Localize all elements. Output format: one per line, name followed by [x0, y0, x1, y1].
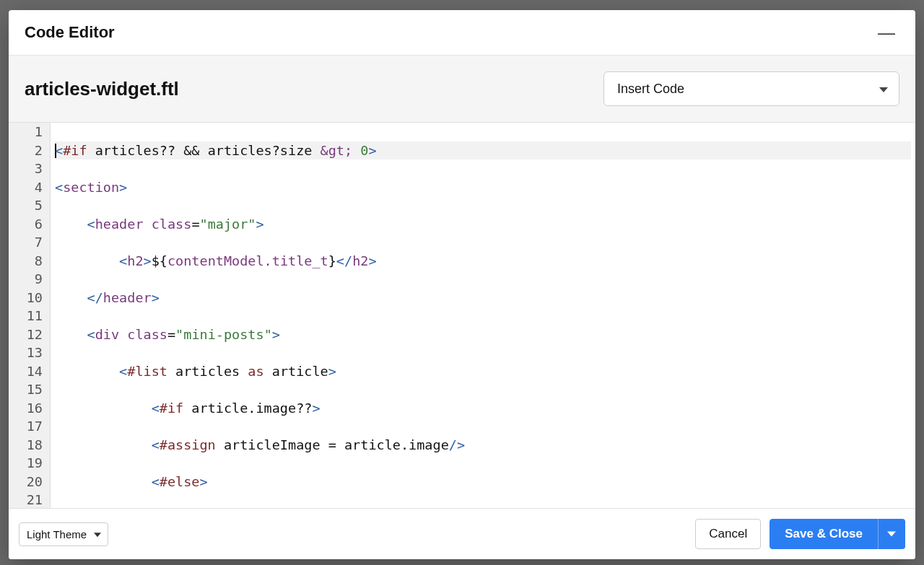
line-number: 11 — [14, 307, 43, 325]
chevron-down-icon — [887, 530, 896, 538]
line-number: 1 — [14, 123, 43, 141]
code-line: <#list articles as article> — [55, 362, 911, 381]
line-number: 15 — [14, 380, 43, 399]
line-number: 17 — [14, 417, 43, 436]
modal-footer: Light Theme Cancel Save & Close — [9, 508, 915, 559]
line-number: 18 — [14, 436, 43, 455]
line-number: 5 — [14, 196, 43, 215]
save-dropdown-button[interactable] — [878, 519, 905, 549]
minimize-button[interactable]: — — [873, 24, 899, 41]
line-gutter: 1 2 3 4 5 6 7 8 9 10 11 12 13 14 15 16 1… — [9, 123, 51, 508]
line-number: 7 — [14, 233, 43, 252]
line-number: 13 — [14, 343, 43, 362]
code-line: <h2>${contentModel.title_t}</h2> — [55, 252, 911, 271]
theme-select[interactable]: Light Theme — [19, 522, 108, 546]
line-number: 4 — [14, 178, 43, 197]
theme-select-wrap: Light Theme — [19, 522, 108, 546]
line-number: 2 — [14, 141, 43, 160]
line-number: 10 — [14, 289, 43, 307]
line-number: 12 — [14, 325, 43, 344]
footer-actions: Cancel Save & Close — [695, 519, 905, 549]
file-bar: articles-widget.ftl Insert Code — [9, 56, 915, 123]
save-close-button[interactable]: Save & Close — [770, 519, 878, 549]
code-line: </header> — [55, 289, 911, 307]
line-number: 14 — [14, 362, 43, 381]
line-number: 6 — [14, 215, 43, 234]
line-number: 16 — [14, 399, 43, 418]
line-number: 21 — [14, 491, 43, 508]
line-number: 3 — [14, 159, 43, 178]
save-button-group: Save & Close — [770, 519, 905, 549]
cancel-button[interactable]: Cancel — [695, 519, 761, 549]
code-content[interactable]: <#if articles?? && articles?size &gt; 0>… — [51, 123, 915, 508]
code-line: <div class="mini-posts"> — [55, 325, 911, 344]
insert-code-select[interactable]: Insert Code — [603, 71, 899, 106]
code-editor-modal: Code Editor — articles-widget.ftl Insert… — [9, 10, 915, 559]
line-number: 8 — [14, 252, 43, 271]
insert-code-select-wrap: Insert Code — [603, 71, 899, 106]
code-line: <section> — [55, 178, 911, 197]
line-number: 20 — [14, 473, 43, 491]
code-line: <#if article.image??> — [55, 399, 911, 418]
code-line: <header class="major"> — [55, 215, 911, 234]
modal-header: Code Editor — — [9, 10, 915, 56]
editor-area[interactable]: 1 2 3 4 5 6 7 8 9 10 11 12 13 14 15 16 1… — [9, 123, 915, 508]
code-line: <#if articles?? && articles?size &gt; 0> — [55, 141, 911, 160]
line-number: 9 — [14, 270, 43, 289]
code-line: <#assign articleImage = article.image/> — [55, 436, 911, 455]
code-line: <#else> — [55, 473, 911, 491]
line-number: 19 — [14, 454, 43, 473]
file-name: articles-widget.ftl — [25, 78, 179, 100]
modal-title: Code Editor — [25, 23, 115, 42]
